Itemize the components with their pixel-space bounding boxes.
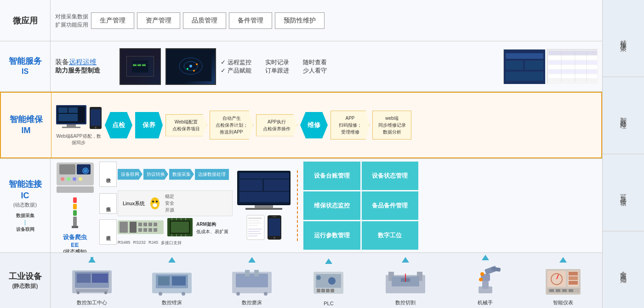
svg-rect-90 [248, 218, 262, 219]
is-right-images [503, 49, 598, 84]
flow-step-4: 边缘数据处理 [195, 169, 229, 180]
ic-flow-steps: 软件模块 设备联网 协议转换 数据采集 边缘数据处理 [99, 162, 233, 187]
ic-device-label: 设备爬虫 EE (状态感知) [63, 233, 87, 255]
left-panel: 微应用 对接采集数据 扩展功能应用 生产管理 资产管理 品质管理 备件管理 预防… [0, 0, 602, 308]
svg-point-9 [196, 63, 198, 65]
svg-rect-83 [239, 173, 289, 179]
flow-step-2: 协议转换 [143, 169, 168, 180]
svg-rect-88 [245, 208, 282, 210]
ind-item-4: 数控切割 [385, 257, 426, 306]
svg-rect-116 [236, 274, 268, 287]
arrow-up-5 [482, 255, 489, 260]
arm-chip [167, 218, 193, 238]
svg-rect-29 [67, 124, 76, 127]
ic-data-collect-label: 数据采集 [16, 213, 34, 218]
svg-point-128 [328, 277, 336, 285]
pcb-board [118, 220, 164, 236]
svg-rect-44 [57, 186, 94, 193]
btn-preventive-maint[interactable]: 预防性维护 [275, 12, 325, 29]
flow-step-3: 数据采集 [169, 169, 194, 180]
svg-rect-86 [239, 192, 289, 202]
svg-rect-51 [73, 217, 77, 226]
machine-1 [151, 268, 193, 297]
svg-rect-96 [248, 233, 261, 234]
svg-rect-85 [264, 179, 289, 191]
func-cell-3[interactable]: 备品备件管理 [362, 191, 419, 220]
svg-rect-67 [143, 228, 147, 232]
svg-point-54 [152, 201, 154, 202]
svg-rect-52 [72, 226, 78, 228]
func-cell-5[interactable]: 数字工位 [362, 221, 419, 250]
svg-point-11 [193, 70, 195, 72]
svg-rect-84 [239, 179, 262, 191]
svg-rect-0 [132, 61, 148, 73]
ic-screens-area [236, 162, 291, 250]
svg-rect-61 [130, 222, 137, 233]
linux-section: Linux系统 稳定 [118, 190, 233, 216]
arrow-up-1 [168, 257, 176, 263]
svg-point-141 [479, 278, 483, 281]
micro-app-label: 微应用 [0, 0, 51, 41]
svg-rect-62 [138, 223, 142, 226]
is-content: 装备远程运维 助力服务型制造 [51, 41, 602, 91]
ind-item-0: 数控加工中心 [71, 257, 113, 306]
func-cell-1[interactable]: 设备状态管理 [362, 162, 419, 190]
im-arrow-baoyamg: 保养 [135, 112, 163, 139]
table-img [547, 49, 598, 84]
svg-rect-92 [248, 223, 261, 224]
machine-5 [465, 266, 506, 297]
func-cell-2[interactable]: 维保状态监控 [303, 191, 360, 220]
machine-3 [311, 269, 346, 299]
ind-item-6: 智能仪表 [545, 257, 581, 306]
row-industrial: 工业设备 (静态数据) [0, 252, 602, 308]
svg-rect-123 [317, 289, 320, 292]
svg-rect-118 [254, 270, 259, 276]
row-is: 智能服务 IS 装备远程运维 助力服务型制造 [0, 41, 602, 92]
svg-rect-151 [549, 289, 554, 292]
os-module-label: 操作系统 [99, 193, 117, 214]
ic-os-row: 操作系统 Linux系统 [99, 190, 233, 216]
ic-document [246, 215, 265, 242]
dashed-divider [297, 170, 298, 241]
monitor-icon [55, 104, 87, 131]
svg-point-43 [79, 177, 82, 181]
svg-point-36 [95, 127, 97, 129]
im-step2: 自动产生 点检保养计划； 推送到APP [210, 111, 253, 140]
svg-rect-33 [58, 114, 78, 121]
svg-rect-99 [268, 218, 280, 236]
ic-tech-stack: 软件模块 设备联网 协议转换 数据采集 边缘数据处理 操作系统 Linux系统 [99, 162, 233, 250]
ic-content: 设备爬虫 EE (状态感知) 软件模块 设备联网 协议转换 数据采集 [51, 159, 602, 252]
svg-rect-21 [548, 65, 597, 69]
btn-spare-mgmt[interactable]: 备件管理 [229, 12, 272, 29]
machine-2 [231, 268, 273, 297]
svg-rect-106 [76, 289, 108, 292]
arrow-up-4 [402, 257, 409, 263]
svg-rect-49 [73, 204, 77, 209]
svg-rect-147 [569, 272, 578, 275]
hw-module-label: 系统硬件 [99, 219, 117, 245]
machine-0 [71, 268, 113, 297]
svg-rect-153 [562, 289, 567, 292]
is-features: 远程监控 产品赋能 实时记录 订单跟进 随时查看 少人看守 [221, 58, 327, 75]
svg-rect-154 [569, 289, 573, 292]
im-step1: Web端配置 点检保养项目 [165, 114, 207, 136]
func-cell-4[interactable]: 运行参数管理 [303, 221, 360, 250]
svg-rect-15 [525, 61, 543, 70]
svg-point-8 [189, 65, 192, 67]
svg-rect-101 [273, 216, 276, 217]
machine-4 [385, 268, 426, 297]
btn-quality-mgmt[interactable]: 品质管理 [183, 12, 226, 29]
btn-asset-mgmt[interactable]: 资产管理 [137, 12, 180, 29]
svg-rect-13 [506, 53, 543, 59]
btn-production-mgmt[interactable]: 生产管理 [91, 12, 134, 29]
svg-rect-149 [569, 281, 578, 285]
im-step5: web端 同步维修记录 数据分析 [372, 111, 411, 140]
ind-item-5: 机械手 [465, 255, 506, 306]
svg-rect-64 [148, 223, 152, 226]
svg-rect-32 [68, 107, 78, 113]
flow-step-1: 设备联网 [118, 169, 142, 180]
micro-app-sub: 对接采集数据 扩展功能应用 [55, 12, 88, 29]
is-text-block: 装备远程运维 助力服务型制造 [55, 58, 115, 75]
arrow-up-6 [559, 257, 567, 263]
func-cell-0[interactable]: 设备台账管理 [303, 162, 360, 190]
